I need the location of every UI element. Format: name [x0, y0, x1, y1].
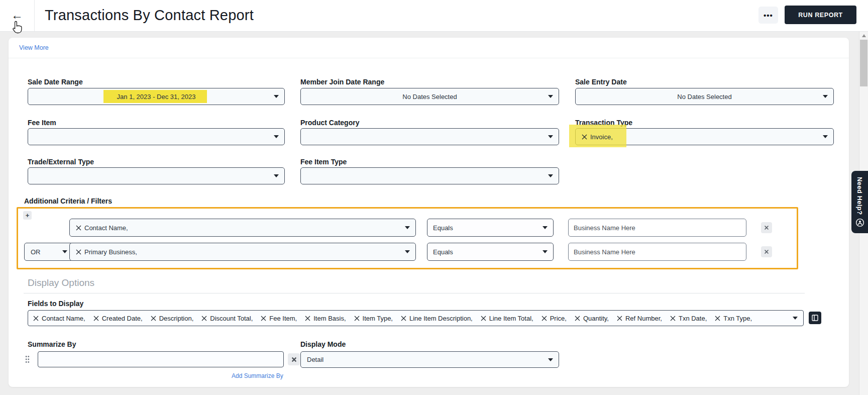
sale-entry-date-select[interactable]: No Dates Selected — [575, 88, 834, 105]
field-chip[interactable]: Ref Number, — [617, 315, 662, 322]
field-chip[interactable]: Price, — [541, 315, 567, 322]
fee-item-type-select[interactable] — [300, 167, 559, 184]
sale-entry-date-value: No Dates Selected — [677, 93, 731, 101]
scrollbar-thumb[interactable] — [860, 40, 867, 86]
fields-to-display-label: Fields to Display — [28, 300, 83, 308]
field-chip[interactable]: Description, — [151, 315, 194, 322]
divider — [9, 58, 849, 58]
remove-chip-icon[interactable] — [76, 249, 81, 255]
scroll-up-arrow-icon[interactable] — [859, 32, 868, 39]
fields-to-display-select[interactable]: Contact Name, Created Date, Description,… — [28, 310, 804, 326]
trade-external-type-label: Trade/External Type — [28, 158, 285, 166]
support-person-icon — [855, 218, 864, 227]
page-title: Transactions By Contact Report — [45, 0, 254, 31]
remove-chip-icon[interactable] — [670, 316, 676, 321]
summarize-by-input[interactable] — [38, 351, 284, 367]
field-chip[interactable]: Line Item Total, — [481, 315, 533, 322]
product-category-select[interactable] — [300, 128, 559, 145]
field-chip[interactable]: Fee Item, — [261, 315, 297, 322]
field-chip-label: Created Date, — [102, 315, 143, 322]
remove-criteria-row-button[interactable] — [761, 222, 772, 233]
transaction-type-label: Transaction Type — [575, 119, 834, 127]
fee-item-type-label: Fee Item Type — [300, 158, 559, 166]
criteria-operator-select[interactable]: OR — [24, 243, 73, 261]
criteria-field-select[interactable]: Contact Name, — [69, 219, 416, 237]
field-chip[interactable]: Txn Type, — [715, 315, 752, 322]
field-chip-label: Txn Date, — [679, 315, 707, 322]
remove-chip-icon[interactable] — [575, 316, 580, 321]
chevron-down-icon — [405, 226, 410, 229]
remove-chip-icon[interactable] — [261, 316, 266, 321]
run-report-button[interactable]: RUN REPORT — [785, 6, 856, 24]
chevron-down-icon — [274, 95, 279, 98]
back-button[interactable]: ← — [0, 0, 35, 31]
display-mode-label: Display Mode — [300, 340, 346, 348]
criteria-comparison-select[interactable]: Equals — [427, 243, 554, 261]
column-settings-button[interactable] — [809, 312, 821, 324]
fields-to-display-chips: Contact Name, Created Date, Description,… — [33, 315, 752, 322]
remove-chip-icon[interactable] — [93, 316, 99, 321]
member-join-date-range-select[interactable]: No Dates Selected — [300, 88, 559, 105]
remove-chip-icon[interactable] — [354, 316, 360, 321]
chevron-down-icon — [793, 317, 798, 320]
need-help-label: Need Help? — [856, 177, 863, 215]
chevron-down-icon — [542, 226, 548, 229]
field-chip[interactable]: Discount Total, — [201, 315, 253, 322]
more-options-button[interactable]: ••• — [758, 7, 778, 24]
field-chip[interactable]: Created Date, — [93, 315, 143, 322]
field-chip[interactable]: Item Basis, — [305, 315, 346, 322]
top-bar: ← Transactions By Contact Report ••• RUN… — [0, 0, 868, 32]
add-summarize-by-link[interactable]: Add Summarize By — [232, 372, 283, 379]
criteria-field-chip[interactable]: Contact Name, — [70, 224, 128, 232]
criteria-value-input[interactable] — [568, 243, 746, 261]
clear-summarize-button[interactable] — [288, 353, 300, 365]
display-mode-select[interactable]: Detail — [300, 351, 559, 368]
display-options-heading: Display Options — [28, 277, 94, 288]
remove-chip-icon[interactable] — [151, 316, 156, 321]
remove-chip-icon[interactable] — [401, 316, 406, 321]
criteria-field-select[interactable]: Primary Business, — [69, 243, 416, 261]
drag-handle-icon[interactable] — [25, 355, 30, 365]
field-chip[interactable]: Txn Date, — [670, 315, 707, 322]
product-category-label: Product Category — [300, 119, 559, 127]
view-more-link[interactable]: View More — [19, 44, 49, 51]
field-chip-label: Price, — [550, 315, 567, 322]
criteria-value-input[interactable] — [568, 219, 746, 237]
member-join-date-range-value: No Dates Selected — [402, 93, 457, 101]
remove-chip-icon[interactable] — [541, 316, 547, 321]
remove-chip-icon[interactable] — [76, 225, 81, 231]
chevron-down-icon — [548, 358, 553, 361]
criteria-field-chip[interactable]: Primary Business, — [70, 248, 137, 256]
field-chip-label: Ref Number, — [625, 315, 662, 322]
remove-chip-icon[interactable] — [33, 316, 39, 321]
remove-chip-icon[interactable] — [617, 316, 622, 321]
trade-external-type-select[interactable] — [28, 167, 285, 184]
display-mode-value: Detail — [307, 356, 323, 363]
sale-date-range-select[interactable]: Jan 1, 2023 - Dec 31, 2023 — [28, 88, 285, 105]
add-criteria-button[interactable]: + — [23, 211, 32, 220]
field-chip-label: Item Basis, — [313, 315, 346, 322]
remove-criteria-row-button[interactable] — [761, 246, 772, 257]
sale-entry-date-label: Sale Entry Date — [575, 78, 834, 86]
remove-chip-icon[interactable] — [715, 316, 720, 321]
remove-chip-icon[interactable] — [582, 134, 587, 140]
field-chip[interactable]: Quantity, — [575, 315, 609, 322]
chevron-down-icon — [274, 135, 279, 138]
remove-chip-icon[interactable] — [481, 316, 486, 321]
field-chip[interactable]: Contact Name, — [33, 315, 85, 322]
chevron-down-icon — [542, 250, 548, 253]
remove-chip-icon[interactable] — [305, 316, 310, 321]
transaction-type-chip[interactable]: Invoice, — [576, 133, 613, 141]
criteria-comparison-value: Equals — [433, 224, 453, 232]
back-arrow-icon: ← — [11, 9, 23, 21]
member-join-date-range-label: Member Join Date Range — [300, 78, 559, 86]
criteria-comparison-select[interactable]: Equals — [427, 219, 554, 237]
field-chip[interactable]: Line Item Description, — [401, 315, 473, 322]
fee-item-select[interactable] — [28, 128, 285, 145]
chevron-down-icon — [548, 174, 553, 177]
need-help-tab[interactable]: Need Help? — [851, 171, 868, 233]
chevron-down-icon — [274, 174, 279, 177]
transaction-type-select[interactable]: Invoice, — [575, 128, 834, 145]
remove-chip-icon[interactable] — [201, 316, 207, 321]
field-chip[interactable]: Item Type, — [354, 315, 393, 322]
